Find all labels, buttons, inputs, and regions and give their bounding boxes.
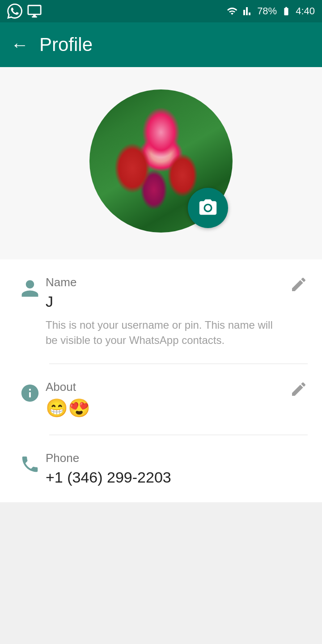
phone-content: Phone +1 (346) 299-2203 <box>46 451 308 486</box>
battery-icon <box>280 6 293 16</box>
phone-row: Phone +1 (346) 299-2203 <box>0 435 322 502</box>
info-sections: Name J This is not your username or pin.… <box>0 259 322 502</box>
name-value: J <box>46 293 281 310</box>
person-icon <box>20 278 40 299</box>
about-label: About <box>46 380 281 394</box>
whatsapp-icon <box>7 4 22 19</box>
back-button[interactable]: ← <box>11 36 29 54</box>
battery-text: 78% <box>257 5 277 17</box>
about-icon-wrapper <box>14 380 46 403</box>
status-bar-left <box>7 4 42 19</box>
avatar-wrapper <box>89 89 233 233</box>
monitor-icon <box>27 4 42 19</box>
signal-icon <box>242 6 254 17</box>
status-bar: 78% 4:40 <box>0 0 322 22</box>
about-row: About 😁😍 <box>0 364 322 435</box>
time-display: 4:40 <box>296 5 315 17</box>
pencil-icon <box>290 275 308 293</box>
phone-value: +1 (346) 299-2203 <box>46 469 308 486</box>
info-icon <box>20 383 40 403</box>
avatar-section <box>0 67 322 259</box>
toolbar: ← Profile <box>0 22 322 67</box>
name-content: Name J This is not your username or pin.… <box>46 275 281 347</box>
name-edit-button[interactable] <box>281 275 308 293</box>
name-icon-wrapper <box>14 275 46 299</box>
phone-icon-wrapper <box>14 451 46 475</box>
camera-button[interactable] <box>188 188 228 228</box>
phone-icon <box>20 454 40 475</box>
about-edit-button[interactable] <box>281 380 308 398</box>
pencil-icon-about <box>290 380 308 398</box>
page-title: Profile <box>39 34 93 55</box>
wifi-icon <box>225 6 239 17</box>
name-label: Name <box>46 275 281 289</box>
camera-icon <box>198 198 218 218</box>
name-row: Name J This is not your username or pin.… <box>0 259 322 364</box>
name-hint: This is not your username or pin. This n… <box>46 318 281 347</box>
about-content: About 😁😍 <box>46 380 281 419</box>
status-bar-right: 78% 4:40 <box>225 5 315 17</box>
about-value: 😁😍 <box>46 398 281 419</box>
phone-label: Phone <box>46 451 308 465</box>
